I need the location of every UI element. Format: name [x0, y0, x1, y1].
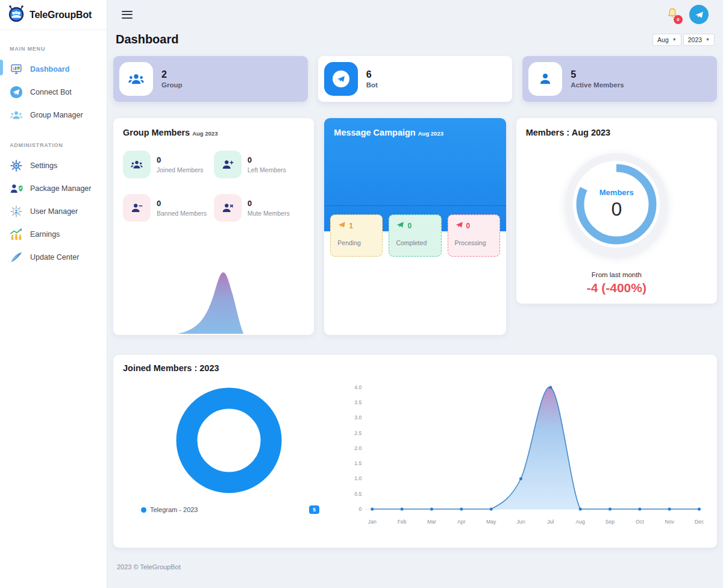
svg-text:Oct: Oct: [636, 519, 644, 525]
line-chart: 4.03.53.02.52.01.51.00.50JanFebMarAprMay…: [335, 379, 707, 537]
members-gauge-card: Members : Aug 2023 Members 0 From last m…: [516, 118, 717, 304]
svg-text:0: 0: [359, 506, 362, 512]
sidebar-item-label: User Manager: [30, 207, 78, 216]
donut-value-badge: 5: [309, 505, 319, 514]
sidebar-item-label: Update Center: [30, 253, 79, 261]
message-campaign-card: Message CampaignAug 2023 1 Pending 0: [324, 118, 505, 335]
campaign-count: 0: [407, 222, 412, 230]
gauge-footnote: From last month: [526, 271, 707, 278]
svg-text:May: May: [486, 519, 496, 525]
brand-logo[interactable]: TeleGroupBot: [0, 0, 107, 30]
members-trend-curve: [113, 267, 314, 334]
chevron-down-icon: ▼: [706, 37, 710, 42]
svg-text:1.5: 1.5: [354, 460, 362, 466]
campaign-label: Processing: [455, 239, 493, 246]
left-members-stat: 0 Left Members: [214, 151, 305, 178]
sidebar-item-label: Connect Bot: [30, 88, 72, 96]
dashboard-icon: [10, 63, 23, 76]
telegram-donut-chart: [172, 384, 286, 499]
footer-copyright: 2023 © TeleGroupBot: [113, 548, 717, 571]
svg-text:Sep: Sep: [606, 519, 615, 525]
joined-members-card: Joined Members : 2023 Telegram - 2023 5: [113, 355, 717, 548]
brand-logo-icon: [7, 5, 25, 25]
svg-text:0.5: 0.5: [354, 491, 362, 497]
update-center-icon: [10, 251, 23, 264]
gauge-value: 0: [611, 198, 622, 220]
banned-members-stat: 0 Banned Members: [123, 194, 214, 222]
stat-label: Banned Members: [157, 210, 207, 217]
sidebar-section-main-menu: MAIN MENU: [0, 30, 107, 58]
sidebar-item-earnings[interactable]: Earnings: [0, 223, 107, 246]
campaign-label: Pending: [337, 239, 375, 246]
sidebar-item-user-manager[interactable]: User Manager: [0, 200, 107, 223]
sidebar-item-connect-bot[interactable]: Connect Bot: [0, 81, 107, 104]
stat-value: 0: [157, 199, 207, 208]
svg-text:Nov: Nov: [665, 519, 674, 525]
group-icon: [10, 108, 23, 122]
month-select[interactable]: Aug▼: [653, 34, 681, 46]
stat-label: Group: [161, 81, 183, 89]
active-indicator: [0, 60, 3, 75]
gear-icon: [10, 159, 23, 172]
svg-text:Apr: Apr: [457, 519, 466, 525]
year-select[interactable]: 2023▼: [683, 34, 715, 46]
legend-label: Telegram - 2023: [150, 506, 198, 513]
stat-label: Mute Members: [248, 210, 290, 217]
svg-text:3.5: 3.5: [354, 399, 362, 405]
sidebar-item-package-manager[interactable]: Package Manager: [0, 177, 107, 200]
campaign-count: 0: [466, 222, 471, 230]
card-period: Aug 2023: [418, 130, 443, 137]
person-icon: [528, 62, 562, 96]
send-icon: [337, 220, 346, 231]
svg-text:2.5: 2.5: [354, 430, 362, 436]
svg-text:2.0: 2.0: [354, 445, 362, 451]
brand-name: TeleGroupBot: [30, 10, 92, 20]
stat-value: 2: [161, 69, 183, 80]
sidebar-item-label: Group Manager: [30, 111, 83, 119]
sidebar-item-update-center[interactable]: Update Center: [0, 246, 107, 269]
svg-text:3.0: 3.0: [354, 414, 362, 421]
stat-value: 6: [366, 69, 378, 80]
stat-card-active-members: 5 Active Members: [522, 56, 717, 102]
notification-bell-icon[interactable]: 0: [666, 7, 678, 22]
person-plus-icon: [214, 151, 242, 178]
sidebar-item-label: Package Manager: [30, 184, 91, 193]
person-x-icon: [214, 194, 242, 222]
svg-text:4.0: 4.0: [354, 384, 362, 390]
page-header: Dashboard Aug▼ 2023▼: [113, 29, 717, 56]
members-gauge: Members 0: [565, 153, 668, 255]
legend-item-telegram[interactable]: Telegram - 2023: [141, 506, 198, 513]
sidebar-item-group-manager[interactable]: Group Manager: [0, 104, 107, 127]
svg-text:Mar: Mar: [427, 519, 436, 525]
stat-label: Active Members: [571, 81, 624, 89]
card-title: Members : Aug 2023: [526, 128, 707, 137]
group-icon: [123, 151, 151, 178]
svg-text:Feb: Feb: [398, 519, 407, 525]
card-title: Group MembersAug 2023: [123, 128, 304, 137]
mute-members-stat: 0 Mute Members: [214, 194, 305, 222]
notification-count-badge: 0: [674, 15, 683, 24]
card-title: Joined Members : 2023: [123, 363, 707, 373]
person-minus-icon: [123, 194, 151, 222]
sidebar-item-dashboard[interactable]: Dashboard: [0, 58, 107, 81]
joined-members-stat: 0 Joined Members: [123, 151, 214, 178]
topbar: 0: [113, 0, 717, 29]
send-icon: [396, 220, 404, 231]
svg-text:Dec: Dec: [695, 519, 704, 525]
earnings-chart-icon: [10, 228, 23, 241]
stat-label: Left Members: [248, 166, 286, 174]
stat-value: 0: [157, 155, 204, 164]
divider: [324, 205, 505, 206]
hamburger-menu-icon[interactable]: [122, 8, 133, 20]
group-members-card: Group MembersAug 2023 0 Joined Members: [113, 118, 314, 335]
stat-label: Bot: [366, 81, 378, 89]
sidebar-item-settings[interactable]: Settings: [0, 154, 107, 177]
page-title: Dashboard: [116, 33, 178, 46]
svg-text:Aug: Aug: [575, 519, 585, 525]
svg-text:Jun: Jun: [516, 519, 525, 525]
stat-label: Joined Members: [157, 166, 204, 174]
card-title: Message Campaign: [334, 128, 415, 137]
telegram-button[interactable]: [689, 5, 709, 24]
stat-value: 5: [571, 69, 624, 80]
campaign-count: 1: [349, 222, 353, 230]
